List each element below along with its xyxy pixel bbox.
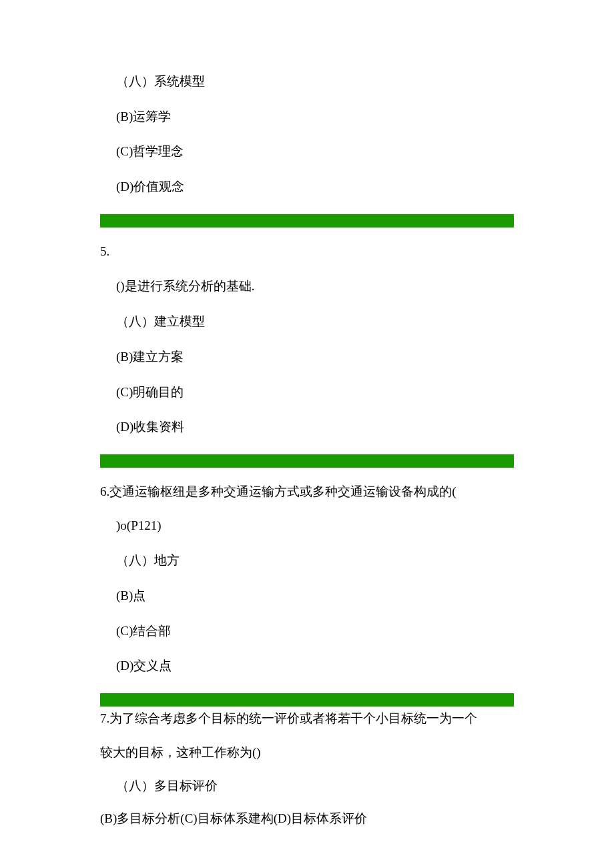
q5-stem: ()是进行系统分析的基础.: [116, 278, 514, 295]
q4-option-c: (C)哲学理念: [116, 143, 514, 160]
q4-option-a: （八）系统模型: [116, 73, 514, 90]
q6-option-a: （八）地方: [116, 552, 514, 569]
q5-option-b: (B)建立方案: [116, 349, 514, 366]
q7-stem-line1: 7.为了综合考虑多个目标的统一评价或者将若干个小目标统一为一个: [100, 711, 514, 727]
section-divider: [100, 454, 514, 468]
q6-option-d: (D)交义点: [116, 658, 514, 675]
section-divider: [100, 693, 514, 707]
q7-stem-line2: 较大的目标，这种工作称为(): [100, 745, 514, 761]
q4-option-b: (B)运筹学: [116, 109, 514, 125]
q4-option-d: (D)价值观念: [116, 179, 514, 195]
q5-number: 5.: [100, 244, 514, 260]
document-page: （八）系统模型 (B)运筹学 (C)哲学理念 (D)价值观念 5. ()是进行系…: [0, 0, 614, 868]
q6-option-c: (C)结合部: [116, 623, 514, 640]
q6-option-b: (B)点: [116, 588, 514, 604]
q6-stem-line1: 6.交通运输枢纽是多种交通运输方式或多种交通运输设备构成的(: [100, 484, 514, 500]
q7-option-a: （八）多目标评价: [116, 778, 514, 795]
q5-option-d: (D)收集资料: [116, 419, 514, 436]
q5-option-a: （八）建立模型: [116, 314, 514, 330]
q7-options-bcd: (B)多目标分析(C)目标体系建构(D)目标体系评价: [100, 811, 514, 827]
section-divider: [100, 214, 514, 228]
q6-stem-line2: )o(P121): [116, 518, 514, 534]
q5-option-c: (C)明确目的: [116, 384, 514, 401]
